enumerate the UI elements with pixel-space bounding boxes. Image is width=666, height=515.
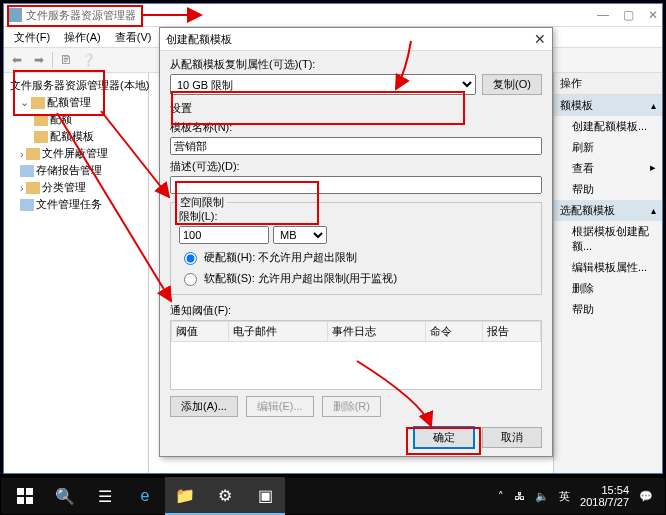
back-icon[interactable]: ⬅ (8, 51, 26, 69)
action-edit-props[interactable]: 编辑模板属性... (554, 257, 662, 278)
action-refresh[interactable]: 刷新 (554, 137, 662, 158)
tree-storage-report[interactable]: 存储报告管理 (6, 162, 146, 179)
ime-indicator[interactable]: 英 (559, 489, 570, 504)
annotation-box (7, 5, 143, 27)
action-help2[interactable]: 帮助 (554, 299, 662, 320)
help-icon[interactable]: ❔ (79, 51, 97, 69)
tree-label: 文件管理任务 (36, 197, 102, 212)
chevron-right-icon: ▸ (650, 161, 656, 176)
annotation-box (406, 427, 481, 455)
tree-file-tasks[interactable]: 文件管理任务 (6, 196, 146, 213)
limit-input[interactable] (179, 226, 269, 244)
col-threshold[interactable]: 阈值 (172, 322, 229, 342)
svg-rect-3 (17, 488, 24, 495)
tree-label: 文件屏蔽管理 (42, 146, 108, 161)
menu-view[interactable]: 查看(V) (109, 28, 158, 47)
action-view[interactable]: 查看▸ (554, 158, 662, 179)
clock-time: 15:54 (580, 484, 629, 496)
network-icon[interactable]: 🖧 (514, 490, 525, 502)
separator (52, 52, 53, 68)
tree-quota-template[interactable]: 配额模板 (6, 128, 146, 145)
notification-icon[interactable]: 💬 (639, 490, 653, 503)
actions-section-sel: 选配额模板▴ (554, 200, 662, 221)
tree-panel: 文件服务器资源管理器(本地) ⌄配额管理 配额 配额模板 ›文件屏蔽管理 存储报… (4, 73, 149, 474)
col-command[interactable]: 命令 (426, 322, 483, 342)
description-label: 描述(可选)(D): (170, 159, 542, 174)
tray-up-icon[interactable]: ˄ (498, 490, 504, 503)
svg-rect-6 (26, 497, 33, 504)
actions-section-template: 额模板▴ (554, 95, 662, 116)
template-name-input[interactable] (170, 137, 542, 155)
dialog-close-icon[interactable]: ✕ (534, 31, 546, 47)
soft-quota-label: 软配额(S): 允许用户超出限制(用于监视) (204, 271, 397, 286)
edit-button[interactable]: 编辑(E)... (246, 396, 314, 417)
folder-icon (26, 182, 40, 194)
report-icon (20, 165, 34, 177)
action-delete[interactable]: 删除 (554, 278, 662, 299)
fsrm-icon[interactable]: ▣ (245, 477, 285, 515)
tree-label: 配额模板 (50, 129, 94, 144)
col-eventlog[interactable]: 事件日志 (327, 322, 425, 342)
search-icon[interactable]: 🔍 (45, 478, 85, 514)
system-tray: ˄ 🖧 🔈 英 15:54 2018/7/27 💬 (498, 484, 661, 508)
cancel-button[interactable]: 取消 (482, 427, 542, 448)
ie-icon[interactable]: e (125, 478, 165, 514)
dialog-titlebar: 创建配额模板 ✕ (160, 28, 552, 51)
sound-icon[interactable]: 🔈 (535, 490, 549, 503)
svg-rect-5 (17, 497, 24, 504)
annotation-box (13, 70, 105, 116)
forward-icon[interactable]: ➡ (30, 51, 48, 69)
tree-label: 分类管理 (42, 180, 86, 195)
limit-unit-select[interactable]: MB (273, 226, 327, 244)
hard-quota-radio[interactable] (184, 252, 197, 265)
action-help[interactable]: 帮助 (554, 179, 662, 200)
task-view-icon[interactable]: ☰ (85, 478, 125, 514)
annotation-box (171, 91, 465, 125)
close-button[interactable]: ✕ (648, 8, 658, 22)
add-button[interactable]: 添加(A)... (170, 396, 238, 417)
tree-file-screen[interactable]: ›文件屏蔽管理 (6, 145, 146, 162)
actions-header: 操作 (554, 73, 662, 95)
task-icon (20, 199, 34, 211)
svg-rect-4 (26, 488, 33, 495)
taskbar: 🔍 ☰ e 📁 ⚙ ▣ ˄ 🖧 🔈 英 15:54 2018/7/27 💬 (1, 478, 665, 514)
action-create-template[interactable]: 创建配额模板... (554, 116, 662, 137)
annotation-box (175, 181, 319, 225)
action-create-from-template[interactable]: 根据模板创建配额... (554, 221, 662, 257)
menu-file[interactable]: 文件(F) (8, 28, 56, 47)
menu-action[interactable]: 操作(A) (58, 28, 107, 47)
refresh-icon[interactable]: 🖹 (57, 51, 75, 69)
col-report[interactable]: 报告 (483, 322, 541, 342)
actions-panel: 操作 额模板▴ 创建配额模板... 刷新 查看▸ 帮助 选配额模板▴ 根据模板创… (553, 73, 662, 474)
dialog-title: 创建配额模板 (166, 32, 232, 47)
tree-label: 存储报告管理 (36, 163, 102, 178)
folder-icon (26, 148, 40, 160)
notify-label: 通知阈值(F): (170, 303, 542, 318)
folder-icon (34, 131, 48, 143)
col-email[interactable]: 电子邮件 (229, 322, 327, 342)
server-manager-icon[interactable]: ⚙ (205, 477, 245, 515)
minimize-button[interactable]: — (597, 8, 609, 22)
explorer-icon[interactable]: 📁 (165, 477, 205, 515)
chevron-up-icon[interactable]: ▴ (651, 100, 656, 111)
copy-from-label: 从配额模板复制属性(可选)(T): (170, 57, 542, 72)
tree-classification[interactable]: ›分类管理 (6, 179, 146, 196)
threshold-table[interactable]: 阈值 电子邮件 事件日志 命令 报告 (170, 320, 542, 390)
start-button[interactable] (5, 478, 45, 514)
copy-button[interactable]: 复制(O) (482, 74, 542, 95)
clock-date: 2018/7/27 (580, 496, 629, 508)
chevron-up-icon[interactable]: ▴ (651, 205, 656, 216)
maximize-button[interactable]: ▢ (623, 8, 634, 22)
hard-quota-label: 硬配额(H): 不允许用户超出限制 (204, 250, 357, 265)
remove-button[interactable]: 删除(R) (322, 396, 381, 417)
soft-quota-radio[interactable] (184, 273, 197, 286)
clock[interactable]: 15:54 2018/7/27 (580, 484, 629, 508)
